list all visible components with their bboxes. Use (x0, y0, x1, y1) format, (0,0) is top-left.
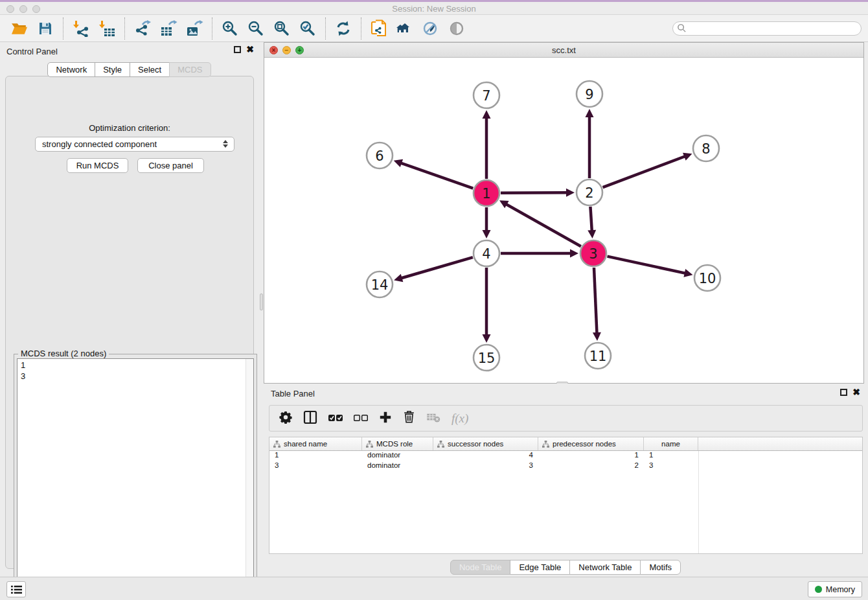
clear-all-checkboxes-icon[interactable] (354, 413, 368, 424)
memory-button[interactable]: Memory (808, 581, 862, 597)
graph-node-9[interactable]: 9 (577, 81, 602, 107)
application-window: Session: New Session (0, 0, 868, 600)
zoom-selected-icon[interactable] (297, 18, 318, 39)
graph-node-14[interactable]: 14 (367, 271, 393, 297)
graph-edge-2-8[interactable] (603, 156, 686, 187)
refresh-view-icon[interactable] (333, 18, 354, 39)
add-column-icon[interactable] (379, 411, 392, 426)
control-panel-tabs: NetworkStyleSelectMCDS (0, 62, 259, 77)
graph-edge-4-14[interactable] (401, 257, 473, 278)
tab-network-table[interactable]: Network Table (569, 560, 641, 575)
graph-node-4[interactable]: 4 (474, 240, 499, 266)
column-type-icon (273, 441, 280, 448)
graph-node-2[interactable]: 2 (577, 179, 602, 205)
memory-status-icon (815, 586, 822, 593)
network-file-title: scc.txt (264, 45, 863, 55)
column-layout-icon[interactable] (303, 410, 317, 427)
edge-arrowhead (683, 269, 692, 277)
close-table-panel-icon[interactable]: ✖ (852, 389, 860, 396)
show-graphics-details-icon[interactable] (446, 18, 467, 39)
column-header-name[interactable]: name (644, 437, 698, 450)
svg-text:14: 14 (371, 277, 389, 293)
splitter-grip[interactable] (260, 294, 263, 310)
close-panel-button[interactable]: Close panel (137, 158, 204, 173)
column-header-successor-nodes[interactable]: successor nodes (433, 437, 538, 450)
search-field[interactable] (672, 21, 862, 36)
task-history-button[interactable] (6, 581, 26, 597)
mcds-result-text[interactable]: 13 (17, 358, 254, 599)
tab-select[interactable]: Select (130, 62, 170, 77)
svg-text:2: 2 (585, 185, 593, 201)
toolbar-separator (63, 17, 63, 40)
float-panel-icon[interactable] (234, 46, 241, 53)
clone-network-icon[interactable] (369, 18, 389, 39)
graph-edge-1-2[interactable] (501, 192, 567, 193)
float-table-panel-icon[interactable] (840, 389, 847, 396)
tab-motifs[interactable]: Motifs (640, 560, 681, 575)
network-window-titlebar: × − + scc.txt (264, 43, 863, 58)
svg-text:6: 6 (375, 148, 383, 164)
column-type-icon (542, 441, 549, 448)
graph-node-6[interactable]: 6 (367, 143, 393, 168)
graph-node-10[interactable]: 10 (694, 265, 720, 291)
cell-successor-nodes: 3 (433, 461, 538, 472)
home-layout-icon[interactable] (394, 18, 415, 39)
import-network-icon[interactable] (71, 18, 91, 39)
close-panel-icon[interactable]: ✖ (246, 46, 254, 53)
cell-MCDS-role: dominator (362, 451, 433, 461)
graph-edge-1-6[interactable] (400, 163, 473, 188)
search-input[interactable] (687, 23, 861, 34)
run-mcds-button[interactable]: Run MCDS (67, 158, 128, 173)
export-network-icon[interactable] (132, 18, 153, 39)
select-all-checkboxes-icon[interactable] (328, 413, 343, 424)
criterion-select[interactable]: strongly connected component (35, 137, 234, 152)
mcds-tab-card: Optimization criterion: strongly connect… (5, 76, 254, 569)
zoom-fit-icon[interactable] (271, 18, 292, 39)
save-session-icon[interactable] (35, 18, 56, 39)
column-divider (698, 451, 699, 553)
export-image-icon[interactable] (184, 18, 205, 39)
edge-arrowhead (483, 334, 491, 343)
status-bar: Memory (0, 577, 868, 600)
network-graph-canvas[interactable]: 7968124314101511 (264, 58, 863, 383)
svg-text:10: 10 (699, 271, 716, 286)
tab-network[interactable]: Network (47, 62, 95, 77)
column-header-MCDS-role[interactable]: MCDS role (362, 437, 433, 450)
open-session-icon[interactable] (9, 18, 30, 39)
graph-edge-2-3[interactable] (590, 207, 591, 231)
tab-style[interactable]: Style (95, 62, 130, 77)
column-header-shared-name[interactable]: shared name (269, 437, 362, 450)
graph-node-15[interactable]: 15 (474, 345, 499, 371)
table-row[interactable]: 1dominator411 (269, 451, 862, 461)
table-header-row: shared nameMCDS rolesuccessor nodesprede… (269, 437, 862, 451)
tab-node-table[interactable]: Node Table (450, 560, 511, 575)
zoom-in-icon[interactable] (220, 18, 240, 39)
svg-text:11: 11 (589, 349, 607, 364)
hide-graphics-details-icon[interactable] (420, 18, 441, 39)
graph-edge-3-10[interactable] (608, 257, 686, 273)
delete-column-icon[interactable] (403, 410, 415, 426)
graph-node-11[interactable]: 11 (585, 343, 611, 369)
graph-edge-3-1[interactable] (506, 204, 581, 247)
graph-node-8[interactable]: 8 (693, 135, 719, 161)
edge-arrowhead (588, 230, 596, 238)
zoom-out-icon[interactable] (246, 18, 266, 39)
result-scrollbar[interactable] (246, 359, 253, 598)
tab-mcds[interactable]: MCDS (169, 62, 211, 77)
cell-shared-name: 3 (269, 461, 362, 472)
export-table-icon[interactable] (158, 18, 179, 39)
toolbar-separator (361, 17, 361, 40)
graph-edge-3-11[interactable] (594, 268, 597, 334)
tab-edge-table[interactable]: Edge Table (510, 560, 570, 575)
edge-arrowhead (483, 110, 491, 119)
graph-node-7[interactable]: 7 (474, 82, 499, 108)
import-table-icon[interactable] (97, 18, 117, 39)
settings-gear-icon[interactable] (279, 411, 292, 426)
vertical-splitter[interactable] (259, 42, 264, 577)
column-header-predecessor-nodes[interactable]: predecessor nodes (538, 437, 644, 450)
node-table[interactable]: shared nameMCDS rolesuccessor nodesprede… (269, 437, 863, 554)
graph-node-3[interactable]: 3 (580, 240, 606, 266)
mcds-result-group: MCDS result (2 nodes) 13 (14, 354, 257, 600)
table-row[interactable]: 3dominator323 (269, 461, 862, 472)
graph-node-1[interactable]: 1 (474, 180, 499, 206)
